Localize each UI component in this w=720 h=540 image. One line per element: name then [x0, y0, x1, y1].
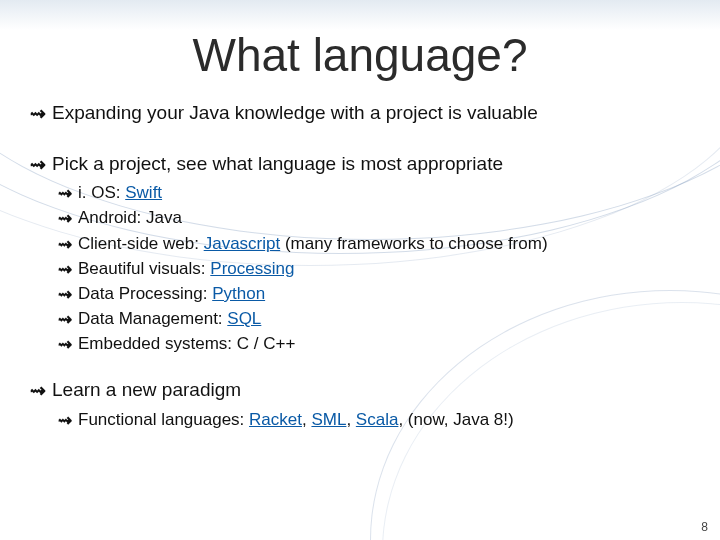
text-prefix: Beautiful visuals:: [78, 259, 210, 278]
text-prefix: Data Processing:: [78, 284, 212, 303]
slide-title: What language?: [30, 28, 690, 82]
text-prefix: Client-side web:: [78, 234, 204, 253]
page-number: 8: [701, 520, 708, 534]
link-python[interactable]: Python: [212, 284, 265, 303]
bullet-icon: ⇝: [58, 259, 72, 281]
bullet-expanding-java: ⇝ Expanding your Java knowledge with a p…: [30, 102, 690, 127]
bullet-icon: ⇝: [58, 284, 72, 306]
bullet-text: Pick a project, see what language is mos…: [52, 153, 503, 175]
text-prefix: i. OS:: [78, 183, 125, 202]
bullet-new-paradigm: ⇝ Learn a new paradigm: [30, 379, 690, 404]
bullet-ios: ⇝ i. OS: Swift: [58, 183, 690, 205]
text-prefix: Data Management:: [78, 309, 227, 328]
bullet-text: i. OS: Swift: [78, 183, 162, 203]
bullet-functional: ⇝ Functional languages: Racket, SML, Sca…: [58, 410, 690, 432]
bullet-text: Expanding your Java knowledge with a pro…: [52, 102, 538, 124]
bullet-icon: ⇝: [30, 379, 46, 404]
bullet-text: Beautiful visuals: Processing: [78, 259, 294, 279]
bullet-data-processing: ⇝ Data Processing: Python: [58, 284, 690, 306]
text-prefix: Functional languages:: [78, 410, 249, 429]
text-suffix: (many frameworks to choose from): [280, 234, 547, 253]
bullet-data-management: ⇝ Data Management: SQL: [58, 309, 690, 331]
bullet-icon: ⇝: [58, 410, 72, 432]
bullet-icon: ⇝: [58, 208, 72, 230]
bullet-text: Learn a new paradigm: [52, 379, 241, 401]
text-sep: ,: [346, 410, 355, 429]
bullet-android: ⇝ Android: Java: [58, 208, 690, 230]
bullet-text: Data Processing: Python: [78, 284, 265, 304]
bullet-text: Embedded systems: C / C++: [78, 334, 295, 354]
text-suffix: , (now, Java 8!): [398, 410, 513, 429]
link-scala[interactable]: Scala: [356, 410, 399, 429]
bullet-pick-project: ⇝ Pick a project, see what language is m…: [30, 153, 690, 178]
bullet-icon: ⇝: [58, 309, 72, 331]
bullet-icon: ⇝: [30, 102, 46, 127]
bullet-client-web: ⇝ Client-side web: Javascript (many fram…: [58, 234, 690, 256]
bullet-icon: ⇝: [58, 183, 72, 205]
bullet-icon: ⇝: [58, 334, 72, 356]
bullet-text: Data Management: SQL: [78, 309, 261, 329]
link-sql[interactable]: SQL: [227, 309, 261, 328]
link-sml[interactable]: SML: [311, 410, 346, 429]
bullet-icon: ⇝: [30, 153, 46, 178]
link-swift[interactable]: Swift: [125, 183, 162, 202]
link-racket[interactable]: Racket: [249, 410, 302, 429]
link-javascript[interactable]: Javascript: [204, 234, 281, 253]
bullet-icon: ⇝: [58, 234, 72, 256]
bullet-text: Client-side web: Javascript (many framew…: [78, 234, 548, 254]
bullet-embedded: ⇝ Embedded systems: C / C++: [58, 334, 690, 356]
bullet-text: Functional languages: Racket, SML, Scala…: [78, 410, 514, 430]
link-processing[interactable]: Processing: [210, 259, 294, 278]
bullet-visuals: ⇝ Beautiful visuals: Processing: [58, 259, 690, 281]
slide-body: What language? ⇝ Expanding your Java kno…: [0, 0, 720, 540]
bullet-text: Android: Java: [78, 208, 182, 228]
